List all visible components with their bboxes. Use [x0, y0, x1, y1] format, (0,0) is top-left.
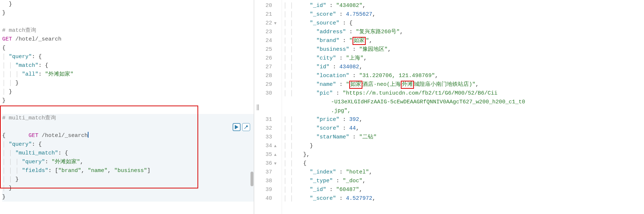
json-line[interactable]: │ │ "_source" : {	[283, 19, 644, 28]
json-line[interactable]: │ │ "starName" : "二钻"	[283, 133, 644, 142]
json-line[interactable]: .jpg",	[283, 107, 644, 115]
json-line[interactable]: │ │ },	[283, 150, 644, 159]
json-line[interactable]: │ │ "_id" : "434082",	[283, 1, 644, 10]
json-line[interactable]: │ │ "address" : "复兴东路260号",	[283, 28, 644, 37]
code-line[interactable]: │ │ │ "all": "外滩如家"	[2, 70, 254, 79]
response-body[interactable]: │ │ "_type" : "_doc", │ │ "_id" : "43408…	[282, 0, 644, 214]
json-line[interactable]: │ │ "_index" : "hotel",	[283, 168, 644, 177]
request-actions	[233, 123, 250, 131]
code-line[interactable]: }	[2, 193, 254, 202]
json-line[interactable]: │ │ {	[283, 159, 644, 168]
json-line[interactable]: │ │ "location" : "31.220706, 121.498769"…	[283, 72, 644, 80]
code-line[interactable]: │ │ }	[2, 79, 254, 88]
match-highlight: 如家	[349, 81, 362, 89]
json-line[interactable]: │ │ "price" : 392,	[283, 115, 644, 124]
json-line[interactable]: -U13eXLGIdHFzAAIG-5cEwDEAAGRfQNNIV0AAgcT…	[283, 98, 644, 107]
code-line[interactable]: │ "query": {	[2, 53, 254, 61]
json-line[interactable]: │ │ "_type" : "_doc",	[283, 177, 644, 186]
response-viewer-pane[interactable]: 19202122▼2324252627282930 31323334▲35▲36…	[261, 0, 644, 214]
svg-marker-0	[235, 125, 238, 129]
json-line[interactable]: │ │ "_id" : "60487",	[283, 186, 644, 194]
json-line[interactable]: │ │ "_score" : 4.527972,	[283, 194, 644, 203]
match-highlight: 如家	[353, 37, 366, 45]
comment-line: # match查询	[2, 26, 254, 35]
json-line[interactable]: │ │ "brand" : "如家",	[283, 37, 644, 45]
request-line[interactable]: GET /hotel/_search	[2, 35, 254, 44]
json-line[interactable]: │ │ "pic" : "https://m.tuniucdn.com/fb2/…	[283, 89, 644, 98]
json-line[interactable]: │ │ "id" : 434082,	[283, 63, 644, 72]
wrench-icon	[244, 125, 249, 130]
json-line[interactable]: │ │ "score" : 44,	[283, 124, 644, 133]
splitter-handle-icon: ‖	[256, 104, 259, 111]
line-number-gutter: 19202122▼2324252627282930 31323334▲35▲36…	[261, 0, 282, 214]
code-line[interactable]: {	[2, 44, 254, 53]
json-line[interactable]: │ │ "name" : "如家酒店·neo(上海外滩城隍庙小南门地铁站店)",	[283, 80, 644, 89]
play-icon	[235, 125, 238, 129]
json-line[interactable]: │ │ "business" : "豫园地区",	[283, 45, 644, 54]
blank-line	[2, 18, 254, 26]
run-query-button[interactable]	[233, 123, 241, 131]
json-line[interactable]: │ │ "_score" : 4.755627,	[283, 10, 644, 19]
match-highlight: 外滩	[401, 81, 414, 89]
code-line[interactable]: }	[2, 0, 254, 9]
query-options-button[interactable]	[242, 123, 250, 131]
request-editor-pane[interactable]: } } # match查询 GET /hotel/_search {│ "que…	[0, 0, 254, 214]
annotation-highlight-box	[0, 106, 198, 188]
pane-splitter[interactable]: ‖	[254, 0, 261, 214]
code-line[interactable]: }	[2, 96, 254, 105]
scrollbar-thumb[interactable]	[251, 172, 253, 186]
code-line[interactable]: }	[2, 9, 254, 18]
json-line[interactable]: │ │ }	[283, 142, 644, 150]
json-line[interactable]: │ │ "city" : "上海",	[283, 54, 644, 63]
code-line[interactable]: │ }	[2, 88, 254, 96]
code-line[interactable]: │ │ "match": {	[2, 61, 254, 70]
